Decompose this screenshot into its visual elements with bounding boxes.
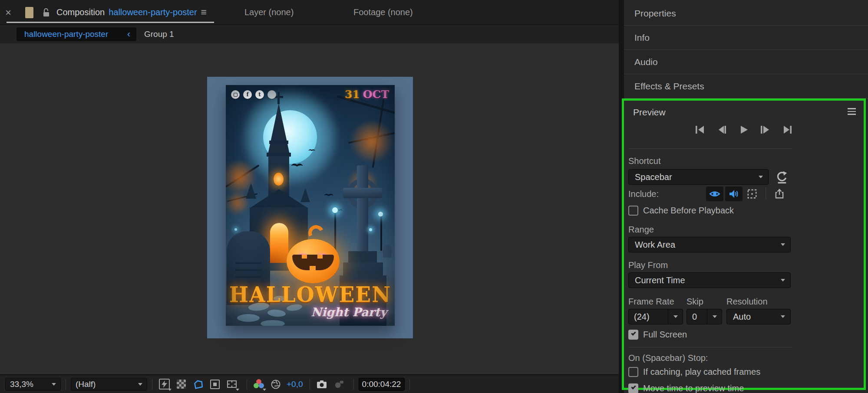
skip-value: 0	[687, 309, 707, 324]
breadcrumb-comp-tab[interactable]: halloween-party-poster ‹	[17, 27, 136, 41]
panel-tab-label: Audio	[634, 57, 658, 67]
bat-icon	[291, 162, 303, 167]
panel-tab-label: Info	[634, 33, 650, 43]
chevron-down-icon	[673, 315, 678, 318]
range-dropdown[interactable]: Work Area	[628, 237, 791, 252]
magnification-dropdown[interactable]: 33,3%	[5, 378, 61, 391]
exposure-value[interactable]: +0,0	[287, 380, 303, 389]
snapshot-button[interactable]	[315, 377, 329, 391]
composition-canvas[interactable]: HALLOWEEN Night Party f t 31 OCT	[207, 77, 413, 338]
transport-controls	[624, 123, 864, 136]
region-of-interest-button[interactable]	[208, 377, 222, 391]
full-screen-row[interactable]: Full Screen	[628, 330, 687, 340]
autumn-leaves	[348, 121, 395, 161]
panel-menu-icon[interactable]	[848, 108, 856, 115]
frame-rate-combo[interactable]: (24)	[628, 309, 683, 324]
chevron-down-icon	[713, 315, 717, 318]
last-frame-button[interactable]	[779, 123, 795, 136]
show-channel-button[interactable]	[252, 377, 266, 391]
close-panel-icon[interactable]: ×	[5, 0, 11, 25]
resolution-preview-dropdown[interactable]: Auto	[726, 309, 791, 324]
skip-combo[interactable]: 0	[686, 309, 722, 324]
if-caching-row[interactable]: If caching, play cached frames	[628, 367, 760, 377]
fast-previews-button[interactable]	[157, 377, 171, 391]
exposure-button[interactable]	[269, 377, 283, 391]
move-time-row[interactable]: Move time to preview time	[628, 383, 744, 393]
panel-tab-audio[interactable]: Audio	[624, 50, 868, 74]
divider	[310, 379, 310, 390]
next-frame-button[interactable]	[758, 123, 773, 136]
celtic-cross	[343, 188, 382, 198]
skip-dropdown-button[interactable]	[707, 309, 722, 324]
chevron-down-icon	[781, 279, 785, 282]
if-caching-checkbox[interactable]	[628, 367, 638, 377]
first-frame-button[interactable]	[693, 123, 708, 136]
resolution-preview-value: Auto	[733, 312, 751, 322]
tab-footage[interactable]: Footage (none)	[353, 0, 413, 25]
cache-before-playback-row[interactable]: Cache Before Playback	[628, 206, 734, 216]
after-effects-window: × Composition halloween-party-poster ≡ L…	[0, 0, 868, 393]
divider	[66, 379, 66, 390]
tab-layer[interactable]: Layer (none)	[244, 0, 294, 25]
share-button[interactable]	[772, 187, 787, 201]
include-audio-button[interactable]	[725, 187, 743, 201]
chevron-down-icon	[781, 315, 785, 318]
breadcrumb-group-label: Group 1	[144, 25, 174, 43]
tab-composition[interactable]: Composition halloween-party-poster ≡	[56, 0, 207, 25]
eye-icon	[709, 190, 720, 198]
show-snapshot-button[interactable]	[332, 377, 346, 391]
frame-rate-value: (24)	[629, 309, 668, 324]
composition-label: Composition	[56, 7, 105, 17]
chevron-down-icon	[781, 243, 785, 246]
divider	[247, 379, 247, 390]
divider	[409, 379, 410, 390]
panel-tab-effects-presets[interactable]: Effects & Presets	[624, 74, 868, 98]
viewer-tab-bar: × Composition halloween-party-poster ≡ L…	[0, 0, 619, 25]
cache-before-playback-checkbox[interactable]	[628, 206, 638, 216]
panel-tab-label: Effects & Presets	[634, 81, 704, 92]
reset-button[interactable]	[775, 170, 789, 186]
transparency-grid-button[interactable]	[174, 377, 188, 391]
grid-guides-button[interactable]	[225, 377, 239, 391]
preview-panel-title[interactable]: Preview	[633, 107, 666, 118]
panel-tab-info[interactable]: Info	[624, 26, 868, 50]
timecode-field[interactable]: 0:00:04:22	[359, 378, 405, 391]
move-time-checkbox[interactable]	[628, 383, 638, 393]
panel-color-swatch	[25, 7, 33, 18]
instagram-icon	[231, 90, 240, 99]
composition-viewer[interactable]: HALLOWEEN Night Party f t 31 OCT	[0, 43, 619, 374]
jack-o-lantern	[287, 229, 340, 283]
play-button[interactable]	[736, 123, 752, 136]
church-cross	[277, 92, 280, 104]
divider	[152, 379, 152, 390]
divider	[766, 187, 766, 200]
include-video-button[interactable]	[706, 187, 723, 201]
lamp-light	[378, 212, 383, 216]
chevron-down-icon	[138, 383, 142, 386]
cross-pedestal	[348, 251, 377, 263]
include-label: Include:	[628, 189, 659, 199]
tab-menu-icon[interactable]: ≡	[201, 7, 207, 17]
full-screen-checkbox[interactable]	[628, 330, 638, 340]
tombstone	[383, 245, 392, 258]
frame-rate-dropdown-button[interactable]	[668, 309, 683, 324]
frame-rate-label: Frame Rate	[628, 297, 674, 307]
resolution-label: Resolution	[726, 297, 768, 307]
chevron-down-icon	[759, 176, 763, 178]
shortcut-dropdown[interactable]: Spacebar	[628, 169, 769, 185]
play-from-value: Current Time	[635, 275, 685, 285]
resolution-dropdown[interactable]: (Half)	[71, 378, 147, 391]
include-overlays-button[interactable]	[744, 187, 760, 201]
timecode-value: 0:00:04:22	[362, 380, 401, 389]
overlays-icon	[746, 188, 758, 200]
previous-frame-button[interactable]	[714, 123, 730, 136]
lamp-light	[332, 207, 338, 213]
poster-subtitle: Night Party	[311, 305, 387, 319]
lamp-post	[380, 216, 382, 251]
mask-visibility-button[interactable]	[191, 377, 205, 391]
play-from-dropdown[interactable]: Current Time	[628, 272, 791, 288]
panel-tab-properties[interactable]: Properties	[624, 1, 868, 26]
unlock-icon[interactable]	[42, 0, 50, 25]
social-icon	[267, 90, 276, 99]
range-value: Work Area	[635, 240, 675, 250]
